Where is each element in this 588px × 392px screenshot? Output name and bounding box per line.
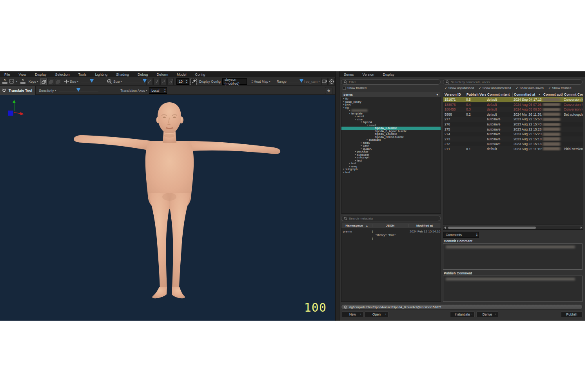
pane-divider[interactable] xyxy=(335,71,339,321)
menu-tools[interactable]: Tools xyxy=(74,73,91,76)
filter-show-auto-saves[interactable]: ✓Show auto-saves xyxy=(516,86,547,90)
version-table-hscrollbar[interactable] xyxy=(443,226,583,230)
menu-view[interactable]: View xyxy=(15,73,31,76)
heat-map-spinner-icon[interactable]: ▲▼ xyxy=(250,77,254,85)
menu-shading[interactable]: Shading xyxy=(112,73,133,76)
tree-item-bipedA_Naked.bundle[interactable]: bipedA_Naked.bundle xyxy=(341,136,441,139)
pose-tool-3-button[interactable] xyxy=(160,78,167,85)
pose-tool-2-button[interactable] xyxy=(153,78,160,85)
tree-expanded-icon[interactable]: ▾ xyxy=(360,121,363,124)
tree-item-test[interactable]: ▸test xyxy=(341,171,441,174)
scrollbar-thumb[interactable] xyxy=(448,227,536,229)
column-header-json[interactable]: JSON xyxy=(372,224,408,227)
tree-item-subgraph[interactable]: ▸subgraph xyxy=(341,156,441,159)
spinner-arrows-icon[interactable]: ▲▼ xyxy=(163,88,167,93)
menu-selection[interactable]: Selection xyxy=(51,73,74,76)
version-row-277[interactable]: 277autosave2023 Aug 22 15:53:59 xyxy=(443,117,583,122)
version-row-271[interactable]: 2710.1default2023 Aug 22 11:15:30initial… xyxy=(443,146,583,151)
column-header-version-id[interactable]: Version ID xyxy=(443,93,465,97)
more-options-icon[interactable]: › xyxy=(360,313,361,316)
spinner-arrows-icon[interactable]: ▲▼ xyxy=(185,79,189,84)
menu-config[interactable]: Config xyxy=(191,73,210,76)
keys-dropdown[interactable]: Keys xyxy=(29,80,36,83)
manipulator-scale-button[interactable] xyxy=(55,78,61,85)
tree-item-template[interactable]: ▾template xyxy=(341,112,441,115)
step-spinner[interactable]: 10 ▲▼ xyxy=(176,78,189,85)
double-chevron-icon[interactable] xyxy=(2,88,7,93)
tree-item-package[interactable]: ▸package xyxy=(341,150,441,153)
tree-item-subasset[interactable]: ▸subasset xyxy=(341,153,441,156)
pose-tool-4-button[interactable] xyxy=(167,78,174,85)
filter-show-unpublished[interactable]: ✓Show unpublished xyxy=(445,86,477,90)
more-options-icon[interactable]: › xyxy=(495,313,496,316)
menu-display[interactable]: Display xyxy=(31,73,51,76)
manipulator-rotate-button[interactable] xyxy=(47,78,54,85)
tree-expanded-icon[interactable]: ▾ xyxy=(354,118,357,121)
tree-collapsed-icon[interactable]: ▸ xyxy=(348,109,351,112)
version-row-5988[interactable]: 59880.2default2024 Mar 26 11:38:08Set au… xyxy=(443,112,583,117)
character-model[interactable] xyxy=(0,95,335,321)
display-config-input[interactable]: sbryson (modified) xyxy=(222,78,247,85)
tree-collapsed-icon[interactable]: ▸ xyxy=(354,153,357,156)
tree-collapsed-icon[interactable]: ▸ xyxy=(342,103,345,106)
move-size-dropdown[interactable]: Size xyxy=(70,80,76,83)
tree-expanded-icon[interactable]: ▾ xyxy=(348,112,351,115)
column-header-commit-comment[interactable]: Commit Comme xyxy=(563,93,583,97)
column-header-committed-at[interactable]: Committed at ▲ xyxy=(512,93,542,97)
series-tree-header[interactable]: Series ▼ xyxy=(341,92,441,97)
settings-button[interactable] xyxy=(328,78,335,85)
browser-menu-display[interactable]: Display xyxy=(379,73,399,76)
column-header-namespace[interactable]: Namespace ▲ xyxy=(341,224,372,227)
favorite-button[interactable]: ★ xyxy=(325,87,332,94)
menu-model[interactable]: Model xyxy=(172,73,191,76)
tree-collapsed-icon[interactable]: ▸ xyxy=(360,142,363,145)
commit-comment-box[interactable] xyxy=(443,243,583,270)
tree-item-asset[interactable]: ▸asset xyxy=(341,115,441,118)
tree-item-subgraph[interactable]: ▸subgraph xyxy=(341,168,441,171)
version-row-272[interactable]: 272autosave2023 Aug 22 15:13:57 xyxy=(443,142,583,147)
publish-comment-box[interactable] xyxy=(443,276,583,302)
column-header-modified[interactable]: Modified at xyxy=(408,224,441,227)
browser-menu-series[interactable]: Series xyxy=(339,73,358,76)
publish-button[interactable]: Publish xyxy=(561,311,583,317)
tree-item-pose_library[interactable]: ▸pose_library xyxy=(341,100,441,103)
browser-menu-version[interactable]: Version xyxy=(358,73,379,76)
translation-axes-dropdown[interactable]: Translation Axes xyxy=(120,89,145,93)
tree-expanded-icon[interactable]: ▾ xyxy=(366,124,369,127)
tree-collapsed-icon[interactable]: ▸ xyxy=(354,115,357,118)
version-row-276[interactable]: 276autosave2023 Aug 22 15:43:58 xyxy=(443,122,583,127)
onion-skin-button[interactable]: ▾ xyxy=(9,78,18,85)
version-row-274[interactable]: 274autosave2023 Aug 22 15:23:58 xyxy=(443,132,583,137)
range-slider[interactable] xyxy=(289,79,302,84)
viewport-3d[interactable]: 100 xyxy=(0,95,335,321)
metadata-row[interactable]: premo { "library": "true" } 2024 Feb 12 … xyxy=(341,228,441,240)
autokey-button[interactable] xyxy=(191,78,197,85)
instantiate-button[interactable]: Instantiate› xyxy=(450,311,475,317)
comments-mode-select[interactable]: Comments ▲▼ xyxy=(443,232,479,238)
tree-item-test[interactable]: ▸test xyxy=(341,159,441,162)
pose-tool-1-button[interactable] xyxy=(146,78,152,85)
tree-item-rig[interactable]: ▾rig xyxy=(341,106,441,109)
tree-item-char[interactable]: ▾char xyxy=(341,118,441,121)
tree-item-redacted[interactable]: ▸ xyxy=(341,109,441,112)
tree-item-carA[interactable]: ▸carA xyxy=(341,144,441,147)
tree-collapsed-icon[interactable]: ▸ xyxy=(360,144,363,147)
scroll-right-icon[interactable] xyxy=(581,227,582,229)
menu-deform[interactable]: Deform xyxy=(152,73,173,76)
tree-expanded-icon[interactable]: ▾ xyxy=(342,106,345,109)
zoom-size-slider[interactable] xyxy=(124,79,145,84)
menu-lighting[interactable]: Lighting xyxy=(91,73,112,76)
metadata-search-input[interactable]: Search metadata xyxy=(341,216,441,221)
manipulator-move-button[interactable] xyxy=(40,78,47,85)
column-header-publish-version[interactable]: Publish Versic xyxy=(465,93,486,97)
heat-map-dropdown[interactable]: Heat Map xyxy=(254,80,268,83)
tree-collapsed-icon[interactable]: ▸ xyxy=(354,156,357,159)
menu-file[interactable]: File xyxy=(0,73,15,76)
more-options-icon[interactable]: › xyxy=(472,313,472,316)
filter-show-uncommented[interactable]: ✓Show uncommented xyxy=(479,86,514,90)
scroll-left-icon[interactable] xyxy=(444,227,446,229)
column-header-commit-intent[interactable]: Commit intent xyxy=(486,93,512,97)
filter-show-trashed[interactable]: ✓Show trashed xyxy=(548,86,575,90)
column-header-commit-author[interactable]: Commit autho xyxy=(542,93,563,97)
more-options-icon[interactable]: › xyxy=(385,313,386,316)
